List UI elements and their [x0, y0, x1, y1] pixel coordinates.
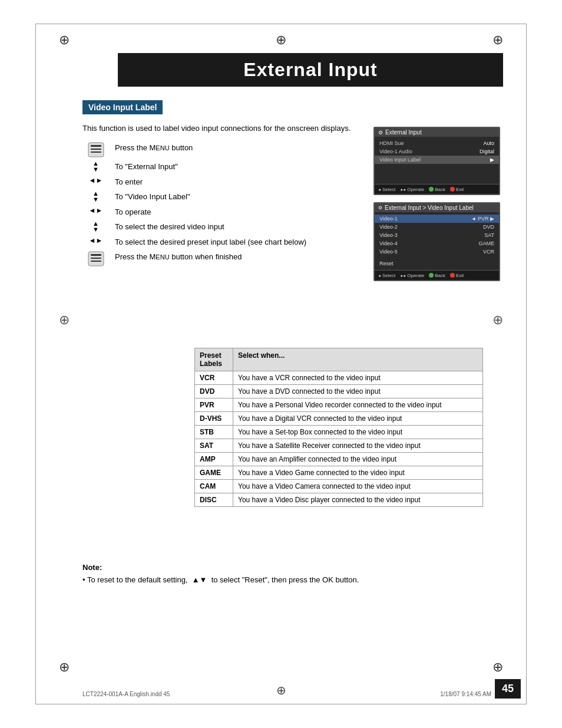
lr-arrows-icon-1: ◄►	[82, 176, 109, 185]
tv-screen-2: ⚙ External Input > Video Input Label Vid…	[373, 202, 500, 281]
tv-footer-select-2: ⬥ Select	[378, 272, 395, 278]
border-top	[35, 24, 527, 24]
tv-row-video-input-label: Video Input Label ▶	[375, 156, 499, 164]
col-header-when: Select when...	[233, 348, 483, 371]
crosshair-top: ⊕	[276, 32, 286, 48]
ud-arrows-icon-3: ▲ ▼	[82, 221, 109, 233]
lr-arrows-icon-3: ◄►	[82, 236, 109, 245]
tv-footer-exit-2: Exit	[450, 272, 464, 278]
ud-arrows-icon-2: ▲ ▼	[82, 191, 109, 203]
table-cell-label-1: DVD	[195, 385, 233, 398]
table-row: AMPYou have an Amplifier connected to th…	[195, 453, 483, 466]
lr-arrows-icon-2: ◄►	[82, 206, 109, 215]
table-cell-desc-9: You have a Video Disc player connected t…	[233, 493, 483, 507]
menu-icon-2	[82, 251, 109, 266]
table-cell-desc-4: You have a Set-top Box connected to the …	[233, 426, 483, 439]
tv-row-reset: Reset	[375, 259, 499, 268]
svg-rect-7	[91, 261, 101, 262]
table-cell-label-5: SAT	[195, 439, 233, 453]
tv-body-2: Video-1 ◄ PVR ▶ Video-2 DVD Video-3 SAT …	[375, 212, 499, 270]
table-row: STBYou have a Set-top Box connected to t…	[195, 426, 483, 439]
svg-rect-6	[91, 258, 101, 259]
note-section: Note: • To reset to the default setting,…	[82, 563, 503, 584]
svg-rect-1	[91, 145, 101, 147]
section-header: Video Input Label	[82, 100, 163, 114]
crosshair-mid-left: ⊕	[59, 312, 70, 328]
crosshair-mid-right: ⊕	[492, 312, 503, 328]
table-header-row: Preset Labels Select when...	[195, 348, 483, 371]
instruction-text-2: To "External Input"	[115, 161, 178, 172]
crosshair-bottom-right: ⊕	[492, 660, 503, 675]
border-bottom	[35, 704, 527, 704]
table-cell-desc-2: You have a Personal Video recorder conne…	[233, 398, 483, 412]
footer-crosshair: ⊕	[276, 683, 286, 697]
tv-row-video1-audio: Video-1 Audio Digital	[375, 147, 499, 156]
crosshair-top-left: ⊕	[59, 32, 70, 48]
table-row: DISCYou have a Video Disc player connect…	[195, 493, 483, 507]
tv-footer-back-1: Back	[429, 186, 445, 192]
tv-title-bar-1: ⚙ External Input	[375, 128, 499, 137]
svg-rect-3	[91, 151, 101, 153]
footer-timestamp: 1/18/07 9:14:45 AM	[440, 691, 491, 697]
svg-rect-5	[91, 254, 101, 256]
tv-footer-operate-1: ⬥⬥ Operate	[400, 186, 424, 192]
instruction-text-3: To enter	[115, 176, 143, 187]
tv-footer-exit-1: Exit	[450, 186, 464, 192]
tv-body-1: HDMI Sue Auto Video-1 Audio Digital Vide…	[375, 137, 499, 184]
table-cell-label-8: CAM	[195, 480, 233, 493]
table-row: CAMYou have a Video Camera connected to …	[195, 480, 483, 493]
tv-title-1: External Input	[385, 129, 422, 136]
table-cell-desc-8: You have a Video Camera connected to the…	[233, 480, 483, 493]
tv-row-video1: Video-1 ◄ PVR ▶	[375, 215, 499, 223]
tv-footer-operate-2: ⬥⬥ Operate	[400, 272, 424, 278]
instruction-text-8: Press the MENU button when finished	[115, 251, 242, 262]
table-cell-desc-0: You have a VCR connected to the video in…	[233, 371, 483, 385]
tv-footer-select-1: ⬥ Select	[378, 186, 395, 192]
crosshair-top-right: ⊕	[492, 32, 503, 48]
table-row: PVRYou have a Personal Video recorder co…	[195, 398, 483, 412]
menu-icon-1	[82, 142, 109, 157]
tv-row-video4: Video-4 GAME	[375, 239, 499, 248]
tv-row-hdmi: HDMI Sue Auto	[375, 139, 499, 147]
crosshair-bottom-left: ⊕	[59, 660, 70, 675]
table-row: SATYou have a Satellite Receiver connect…	[195, 439, 483, 453]
page-number: 45	[495, 679, 521, 699]
tv-row-video5: Video-5 VCR	[375, 248, 499, 256]
tv-title-bar-2: ⚙ External Input > Video Input Label	[375, 203, 499, 212]
tv-title-2: External Input > Video Input Label	[385, 205, 474, 211]
title-banner: External Input	[118, 53, 503, 87]
border-right	[526, 24, 527, 704]
table-cell-label-7: GAME	[195, 466, 233, 480]
tv-footer-back-2: Back	[429, 272, 445, 278]
table-cell-desc-6: You have an Amplifier connected to the v…	[233, 453, 483, 466]
table-cell-desc-1: You have a DVD connected to the video in…	[233, 385, 483, 398]
tv-row-video3: Video-3 SAT	[375, 231, 499, 239]
ud-arrows-icon-1: ▲ ▼	[82, 161, 109, 173]
instruction-text-5: To operate	[115, 206, 151, 218]
table-cell-desc-5: You have a Satellite Receiver connected …	[233, 439, 483, 453]
table-row: GAMEYou have a Video Game connected to t…	[195, 466, 483, 480]
instruction-text-6: To select the desired video input	[115, 221, 224, 232]
table-cell-label-9: DISC	[195, 493, 233, 507]
border-left	[35, 24, 36, 704]
col-header-labels: Preset Labels	[195, 348, 233, 371]
table-cell-label-4: STB	[195, 426, 233, 439]
svg-rect-2	[91, 149, 101, 150]
instruction-text-7: To select the desired preset input label…	[115, 236, 306, 248]
table-cell-desc-3: You have a Digital VCR connected to the …	[233, 412, 483, 426]
table-row: VCRYou have a VCR connected to the video…	[195, 371, 483, 385]
note-bullet-1: • To reset to the default setting, ▲▼ to…	[82, 575, 503, 584]
table-cell-label-6: AMP	[195, 453, 233, 466]
tv-footer-1: ⬥ Select ⬥⬥ Operate Back Exit	[375, 184, 499, 194]
table-body: VCRYou have a VCR connected to the video…	[195, 371, 483, 507]
tv-empty-space-1	[375, 164, 499, 182]
instruction-text-1: Press the MENU button	[115, 142, 193, 153]
table-cell-label-0: VCR	[195, 371, 233, 385]
footer-file: LCT2224-001A-A English.indd 45	[82, 691, 170, 697]
note-title: Note:	[82, 563, 503, 572]
tv-footer-2: ⬥ Select ⬥⬥ Operate Back Exit	[375, 270, 499, 280]
page-title: External Input	[118, 59, 503, 81]
table-cell-label-2: PVR	[195, 398, 233, 412]
tv-screen-1: ⚙ External Input HDMI Sue Auto Video-1 A…	[373, 127, 500, 288]
table-cell-label-3: D-VHS	[195, 412, 233, 426]
